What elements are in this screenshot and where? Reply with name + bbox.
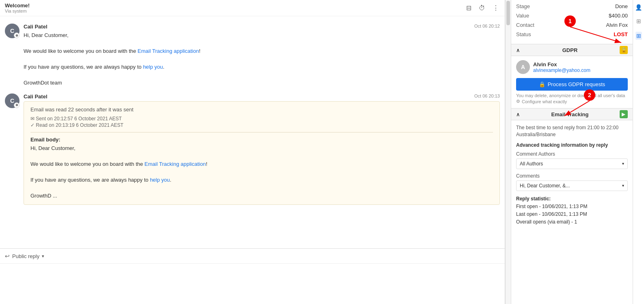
status-value: LOST (614, 31, 628, 37)
body-link[interactable]: Email Tracking application (145, 161, 206, 167)
reply-statistic: Reply statistic: First open - 10/06/2021… (516, 195, 628, 226)
message-author-2: Cali Patel (24, 93, 48, 100)
message-content-2: Cali Patel Oct 06 20:13 Email was read 2… (24, 93, 500, 205)
side-icons-column: 👤 ⊞ ⊞ (633, 0, 644, 304)
process-gdpr-button[interactable]: 🔒 Process GDPR requests (516, 78, 628, 91)
stat-first-open: First open - 10/06/2021, 1:13 PM (516, 204, 587, 209)
annotation-2: 2 (584, 89, 595, 101)
advanced-title: Advanced tracking information by reply (516, 142, 628, 148)
message-content: Cali Patel Oct 06 20:12 Hi, Dear Custome… (24, 24, 500, 87)
value-label: Value (516, 13, 529, 19)
process-gdpr-label: Process GDPR requests (548, 81, 605, 87)
reply-chevron[interactable]: ▾ (42, 254, 44, 259)
filter-icon[interactable]: ⊟ (465, 3, 472, 13)
message-time-2: Oct 06 20:13 (474, 93, 500, 100)
configure-label: Configure what exactly (522, 99, 567, 104)
value-value: $400.00 (609, 13, 628, 19)
gdpr-avatar: A (516, 60, 530, 74)
message-text: Hi, Dear Customer, We would like to welc… (24, 31, 500, 87)
gear-icon: ⚙ (516, 99, 520, 104)
best-time: The best time to send reply from 21:00 t… (516, 124, 628, 138)
gdpr-configure[interactable]: ⚙ Configure what exactly (516, 99, 628, 104)
right-panel: Stage Done Value $400.00 Contact Alvin F… (511, 0, 633, 304)
email-body-text: Hi, Dear Customer, We would like to welc… (30, 144, 493, 200)
message-time: Oct 06 20:12 (474, 24, 500, 30)
gdpr-user-name: Alvin Fox (533, 61, 590, 67)
read-icon: ✓ (30, 122, 35, 128)
email-tracking-chevron-icon: ∧ (516, 111, 520, 117)
chat-header-icons: ⊟ ⏱ ⋮ (465, 3, 500, 13)
comments-select[interactable]: Hi, Dear Customer, &... ▾ (516, 180, 628, 191)
email-tracking-collapse-bar[interactable]: ∧ Email Tracking ▶ (511, 108, 633, 120)
info-row-stage: Stage Done (516, 3, 628, 9)
comments-label: Comments (516, 173, 628, 179)
track-read: ✓ Read on 20:13:19 6 October 2021 AEST (30, 122, 493, 128)
email-tracking-link[interactable]: Email Tracking application (138, 48, 199, 54)
stage-value: Done (615, 3, 628, 9)
reply-icon: ↩ (5, 253, 10, 259)
sent-icon: ✉ (30, 116, 35, 122)
track-sent: ✉ Sent on 20:12:57 6 October 2021 AEST (30, 116, 493, 122)
gdpr-user: A Alvin Fox alvinexample@yahoo.com (516, 60, 628, 74)
stat-overall-opens: Overall opens (via email) - 1 (516, 219, 577, 225)
lock-icon: 🔒 (539, 81, 545, 87)
scroll-area[interactable] (505, 0, 511, 304)
gdpr-chevron-icon: ∧ (516, 47, 520, 53)
annotation-2-label: 2 (588, 92, 591, 98)
annotation-1-label: 1 (568, 18, 572, 24)
sent-text: Sent on 20:12:57 6 October 2021 AEST (36, 116, 121, 122)
contact-value: Alvin Fox (606, 22, 628, 28)
email-body-label: Email body: (30, 137, 493, 143)
gdpr-user-info: Alvin Fox alvinexample@yahoo.com (533, 61, 590, 73)
gdpr-user-email: alvinexample@yahoo.com (533, 67, 590, 73)
reply-textarea-area (0, 263, 505, 304)
reply-label[interactable]: Public reply (12, 253, 39, 259)
help-link[interactable]: help you (143, 64, 163, 70)
email-tracking-title: Email Tracking (551, 111, 589, 117)
gdpr-section: A Alvin Fox alvinexample@yahoo.com 🔒 Pro… (511, 56, 633, 108)
message-meta: Cali Patel Oct 06 20:12 (24, 24, 500, 30)
gdpr-section-icon: 🔒 (620, 46, 628, 54)
email-tracking-section: The best time to send reply from 21:00 t… (511, 120, 633, 230)
table-icon[interactable]: ⊞ (636, 18, 641, 24)
message-meta-2: Cali Patel Oct 06 20:13 (24, 93, 500, 100)
chat-title: Welcome! (5, 2, 30, 9)
avatar: C ⊕ (5, 24, 19, 38)
history-icon[interactable]: ⏱ (478, 4, 486, 13)
avatar-badge-2: ⊕ (14, 102, 19, 108)
authors-select[interactable]: All Authors ▾ (516, 159, 628, 169)
message-item-2: C ⊕ Cali Patel Oct 06 20:13 Email was re… (0, 90, 505, 208)
comments-value: Hi, Dear Customer, &... (520, 183, 570, 189)
authors-chevron: ▾ (622, 161, 624, 166)
status-label: Status (516, 31, 531, 37)
reply-bar[interactable]: ↩ Public reply ▾ (0, 248, 505, 263)
scroll-thumb (506, 1, 510, 25)
more-icon[interactable]: ⋮ (492, 3, 500, 13)
chat-header: Welcome! Via system ⊟ ⏱ ⋮ (0, 0, 505, 16)
annotation-1: 1 (564, 15, 576, 27)
comment-authors-label: Comment Authors (516, 151, 628, 157)
grid-icon[interactable]: ⊞ (635, 32, 642, 40)
stat-last-open: Last open - 10/06/2021, 1:13 PM (516, 211, 587, 217)
chat-messages: C ⊕ Cali Patel Oct 06 20:12 Hi, Dear Cus… (0, 16, 505, 248)
gdpr-title: GDPR (562, 47, 578, 53)
avatar-badge: ⊕ (14, 33, 19, 38)
contact-label: Contact (516, 22, 534, 28)
gdpr-collapse-bar[interactable]: ∧ GDPR 🔒 (511, 44, 633, 56)
email-tracking-icon: ▶ (620, 110, 628, 118)
avatar-2: C ⊕ (5, 93, 19, 108)
message-item: C ⊕ Cali Patel Oct 06 20:12 Hi, Dear Cus… (0, 20, 505, 90)
tracking-box: Email was read 22 seconds after it was s… (24, 101, 500, 205)
stat-title: Reply statistic: (516, 196, 551, 202)
chat-header-left: Welcome! Via system (5, 2, 30, 13)
read-text: Read on 20:13:19 6 October 2021 AEST (36, 122, 123, 128)
person-icon[interactable]: 👤 (635, 4, 642, 11)
comments-chevron: ▾ (622, 183, 624, 188)
tracking-divider (30, 132, 493, 132)
info-row-status: Status LOST (516, 31, 628, 37)
body-help-link[interactable]: help you (150, 177, 170, 183)
authors-value: All Authors (520, 161, 543, 167)
track-header: Email was read 22 seconds after it was s… (30, 106, 493, 113)
message-author: Cali Patel (24, 24, 48, 30)
gdpr-note: You may delete, anonymize or download al… (516, 93, 628, 98)
